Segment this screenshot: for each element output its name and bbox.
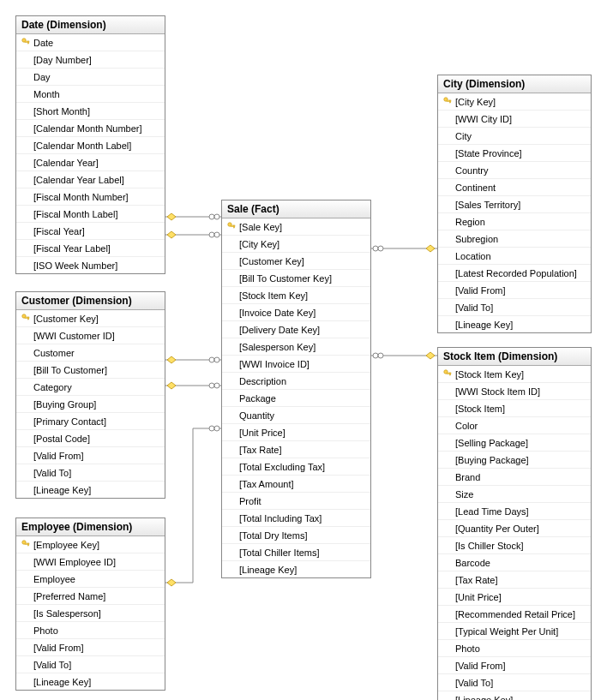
table-row[interactable]: [Buying Group] (16, 396, 165, 413)
table-row[interactable]: [Fiscal Month Label] (16, 206, 165, 223)
table-row[interactable]: [Typical Weight Per Unit] (438, 623, 591, 640)
table-row[interactable]: [Valid To] (438, 674, 591, 691)
table-row[interactable]: [Tax Amount] (222, 476, 370, 493)
table-row[interactable]: Employee (16, 571, 165, 588)
table-row[interactable]: [Stock Item Key] (438, 366, 591, 383)
table-row[interactable]: Color (438, 417, 591, 434)
table-row[interactable]: [Preferred Name] (16, 588, 165, 605)
table-header-date[interactable]: Date (Dimension) (16, 16, 165, 34)
table-row[interactable]: [Fiscal Month Number] (16, 188, 165, 206)
table-row[interactable]: [Total Including Tax] (222, 510, 370, 527)
table-row[interactable]: [Valid To] (16, 464, 165, 482)
table-row[interactable]: Photo (438, 640, 591, 657)
table-row[interactable]: [Is Chiller Stock] (438, 537, 591, 554)
table-row[interactable]: [Customer Key] (16, 310, 165, 327)
table-row[interactable]: [Primary Contact] (16, 413, 165, 430)
table-row[interactable]: Description (222, 373, 370, 390)
table-row[interactable]: [Is Salesperson] (16, 605, 165, 622)
table-row[interactable]: [Stock Item Key] (222, 287, 370, 304)
table-sale[interactable]: Sale (Fact)[Sale Key][City Key][Customer… (221, 200, 371, 578)
table-row[interactable]: [Quantity Per Outer] (438, 520, 591, 537)
table-row[interactable]: City (438, 128, 591, 145)
table-row[interactable]: [Fiscal Year] (16, 223, 165, 240)
table-row[interactable]: [Short Month] (16, 103, 165, 120)
table-row[interactable]: [WWI Invoice ID] (222, 356, 370, 373)
table-row[interactable]: [Lineage Key] (438, 316, 591, 332)
table-row[interactable]: [Tax Rate] (222, 441, 370, 458)
table-row[interactable]: Continent (438, 179, 591, 196)
table-row[interactable]: [Total Dry Items] (222, 527, 370, 544)
table-row[interactable]: [Valid From] (16, 447, 165, 464)
table-row[interactable]: [ISO Week Number] (16, 257, 165, 273)
table-row[interactable]: [Lead Time Days] (438, 503, 591, 520)
table-row[interactable]: [WWI City ID] (438, 111, 591, 128)
table-row[interactable]: [Sale Key] (222, 218, 370, 236)
table-row[interactable]: Quantity (222, 407, 370, 424)
table-row[interactable]: [Fiscal Year Label] (16, 240, 165, 257)
table-row[interactable]: [Lineage Key] (222, 561, 370, 577)
table-row[interactable]: [Postal Code] (16, 430, 165, 447)
table-row[interactable]: [Stock Item] (438, 400, 591, 417)
table-row[interactable]: Category (16, 379, 165, 396)
table-row[interactable]: [Unit Price] (438, 589, 591, 606)
table-header-customer[interactable]: Customer (Dimension) (16, 292, 165, 310)
table-row[interactable]: Brand (438, 469, 591, 486)
table-row[interactable]: Profit (222, 493, 370, 510)
table-row[interactable]: [Unit Price] (222, 424, 370, 441)
table-row[interactable]: [Lineage Key] (16, 482, 165, 498)
table-row[interactable]: [Selling Package] (438, 434, 591, 452)
table-row[interactable]: [Valid From] (438, 282, 591, 299)
table-header-employee[interactable]: Employee (Dimension) (16, 518, 165, 536)
table-row[interactable]: [City Key] (222, 236, 370, 253)
table-row[interactable]: [Lineage Key] (438, 691, 591, 700)
table-header-city[interactable]: City (Dimension) (438, 75, 591, 93)
table-city[interactable]: City (Dimension)[City Key][WWI City ID]C… (437, 75, 592, 333)
table-row[interactable]: [Latest Recorded Population] (438, 265, 591, 282)
table-row[interactable]: [Lineage Key] (16, 673, 165, 690)
table-row[interactable]: [Calendar Month Number] (16, 120, 165, 137)
table-row[interactable]: [Buying Package] (438, 452, 591, 469)
table-row[interactable]: [Calendar Year] (16, 154, 165, 171)
table-row[interactable]: [Invoice Date Key] (222, 304, 370, 321)
table-stock[interactable]: Stock Item (Dimension)[Stock Item Key][W… (437, 347, 592, 700)
table-row[interactable]: [Total Excluding Tax] (222, 458, 370, 476)
table-row[interactable]: [WWI Customer ID] (16, 327, 165, 344)
table-employee[interactable]: Employee (Dimension)[Employee Key][WWI E… (15, 518, 165, 691)
table-row[interactable]: [Valid From] (438, 657, 591, 674)
table-row[interactable]: Country (438, 162, 591, 179)
table-row[interactable]: [Calendar Year Label] (16, 171, 165, 188)
table-row[interactable]: Photo (16, 622, 165, 639)
table-row[interactable]: Size (438, 486, 591, 503)
table-row[interactable]: Day (16, 69, 165, 86)
table-row[interactable]: [Valid To] (438, 299, 591, 316)
table-row[interactable]: Location (438, 248, 591, 265)
table-row[interactable]: [State Province] (438, 145, 591, 162)
table-row[interactable]: [Bill To Customer] (16, 362, 165, 379)
table-row[interactable]: [Sales Territory] (438, 196, 591, 213)
table-date[interactable]: Date (Dimension)Date[Day Number]DayMonth… (15, 15, 165, 274)
table-row[interactable]: [WWI Stock Item ID] (438, 383, 591, 400)
table-row[interactable]: [Tax Rate] (438, 571, 591, 589)
table-row[interactable]: Subregion (438, 230, 591, 248)
table-row[interactable]: [WWI Employee ID] (16, 553, 165, 571)
table-row[interactable]: [Valid To] (16, 656, 165, 673)
table-row[interactable]: Barcode (438, 554, 591, 571)
table-customer[interactable]: Customer (Dimension)[Customer Key][WWI C… (15, 291, 165, 499)
table-row[interactable]: [Calendar Month Label] (16, 137, 165, 154)
table-row[interactable]: [City Key] (438, 93, 591, 111)
table-row[interactable]: Customer (16, 344, 165, 362)
table-header-sale[interactable]: Sale (Fact) (222, 200, 370, 218)
table-row[interactable]: [Total Chiller Items] (222, 544, 370, 561)
table-row[interactable]: [Salesperson Key] (222, 338, 370, 356)
table-row[interactable]: [Day Number] (16, 51, 165, 69)
table-row[interactable]: Date (16, 34, 165, 51)
table-row[interactable]: Month (16, 86, 165, 103)
table-row[interactable]: [Delivery Date Key] (222, 321, 370, 338)
table-row[interactable]: Package (222, 390, 370, 407)
table-row[interactable]: [Valid From] (16, 639, 165, 656)
table-row[interactable]: [Customer Key] (222, 253, 370, 270)
table-row[interactable]: [Employee Key] (16, 536, 165, 553)
table-row[interactable]: [Bill To Customer Key] (222, 270, 370, 287)
table-row[interactable]: [Recommended Retail Price] (438, 606, 591, 623)
table-row[interactable]: Region (438, 213, 591, 230)
